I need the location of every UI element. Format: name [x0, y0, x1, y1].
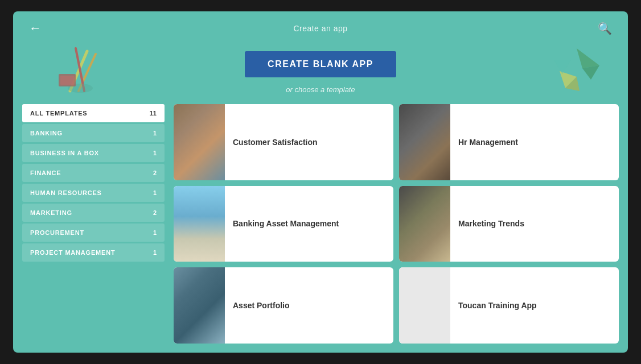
template-card-hr-management[interactable]: Hr Management [399, 104, 619, 180]
sidebar-item-label-business: BUSINESS IN A BOX [30, 150, 99, 156]
sidebar-item-human-resources[interactable]: HUMAN RESOURCES1 [22, 184, 165, 202]
sidebar-item-project-management[interactable]: PROJECT MANAGEMENT1 [22, 243, 165, 262]
template-title-asset-portfolio: Asset Portfolio [233, 301, 290, 310]
template-title-customer-satisfaction: Customer Satisfaction [233, 138, 318, 147]
template-info-asset-portfolio: Asset Portfolio [225, 267, 298, 344]
back-button[interactable]: ← [29, 22, 42, 35]
template-info-customer-satisfaction: Customer Satisfaction [225, 104, 326, 180]
sidebar-item-finance[interactable]: FINANCE2 [22, 164, 165, 182]
sidebar-item-count-procurement: 1 [153, 229, 157, 236]
or-choose-text: or choose a template [286, 85, 355, 94]
sidebar-item-count-project-management: 1 [153, 249, 157, 256]
svg-rect-5 [60, 76, 74, 85]
sidebar-item-label-banking: BANKING [30, 130, 63, 136]
template-title-marketing-trends: Marketing Trends [458, 219, 524, 228]
template-image-hr-management [399, 104, 450, 180]
template-image-toucan-training [399, 267, 450, 344]
header: ← Create an app 🔍 [13, 11, 628, 46]
create-blank-app-button[interactable]: CREATE BLANK APP [245, 51, 396, 77]
search-button[interactable]: 🔍 [598, 22, 612, 35]
app-container: ← Create an app 🔍 [13, 11, 628, 353]
sidebar-item-marketing[interactable]: MARKETING2 [22, 204, 165, 222]
template-info-hr-management: Hr Management [450, 104, 526, 180]
template-image-asset-portfolio [174, 267, 225, 344]
template-image-customer-satisfaction [174, 104, 225, 180]
template-grid: Customer SatisfactionHr ManagementBankin… [174, 104, 619, 344]
template-info-marketing-trends: Marketing Trends [450, 186, 532, 262]
sidebar-item-count-banking: 1 [153, 130, 157, 136]
template-card-banking-asset[interactable]: Banking Asset Management [174, 186, 393, 262]
template-info-toucan-training: Toucan Training App [450, 267, 545, 344]
sidebar-item-count-all: 11 [150, 110, 157, 117]
sidebar-item-count-marketing: 2 [153, 209, 157, 216]
sidebar-item-count-finance: 2 [153, 169, 157, 176]
main-content: ALL TEMPLATES11BANKING1BUSINESS IN A BOX… [13, 104, 628, 353]
sidebar-item-label-marketing: MARKETING [30, 209, 72, 216]
sidebar-item-banking[interactable]: BANKING1 [22, 124, 165, 142]
sidebar-item-all[interactable]: ALL TEMPLATES11 [22, 104, 165, 122]
svg-marker-6 [577, 48, 599, 68]
sidebar-item-procurement[interactable]: PROCUREMENT1 [22, 224, 165, 242]
sidebar-item-count-human-resources: 1 [153, 189, 157, 196]
sidebar-item-label-human-resources: HUMAN RESOURCES [30, 189, 102, 196]
deco-left-illustration [47, 40, 116, 91]
sidebar-item-label-all: ALL TEMPLATES [30, 110, 87, 117]
template-image-marketing-trends [399, 186, 450, 262]
template-card-asset-portfolio[interactable]: Asset Portfolio [174, 267, 393, 344]
header-title: Create an app [293, 24, 347, 33]
template-title-banking-asset: Banking Asset Management [233, 219, 339, 228]
template-info-banking-asset: Banking Asset Management [225, 186, 347, 262]
sidebar-item-count-business: 1 [153, 150, 157, 156]
template-card-toucan-training[interactable]: Toucan Training App [399, 267, 619, 344]
sidebar-item-business[interactable]: BUSINESS IN A BOX1 [22, 144, 165, 162]
template-card-marketing-trends[interactable]: Marketing Trends [399, 186, 619, 262]
svg-marker-10 [554, 60, 571, 74]
template-card-customer-satisfaction[interactable]: Customer Satisfaction [174, 104, 393, 180]
sidebar-item-label-project-management: PROJECT MANAGEMENT [30, 249, 115, 256]
template-title-hr-management: Hr Management [458, 138, 518, 147]
sidebar-item-label-finance: FINANCE [30, 169, 61, 176]
hero-area: CREATE BLANK APP or choose a template [13, 46, 628, 104]
template-image-banking-asset [174, 186, 225, 262]
template-title-toucan-training: Toucan Training App [458, 301, 537, 310]
sidebar-item-label-procurement: PROCUREMENT [30, 229, 84, 236]
sidebar: ALL TEMPLATES11BANKING1BUSINESS IN A BOX… [22, 104, 165, 344]
deco-right-illustration [525, 43, 594, 94]
